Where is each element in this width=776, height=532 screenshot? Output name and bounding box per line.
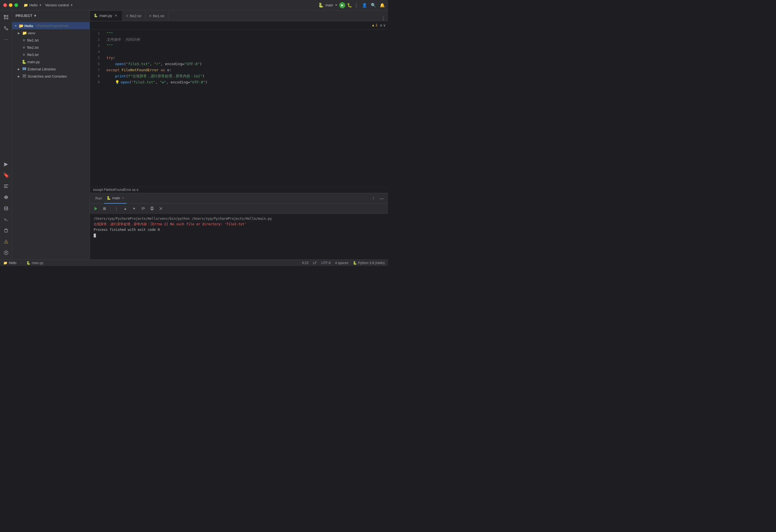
wrap-icon[interactable] [139,205,147,212]
panel-minimize-icon[interactable]: — [379,195,385,202]
maximize-button[interactable] [14,3,18,7]
svg-rect-15 [5,229,7,232]
sidebar-item-hello[interactable]: ▼ 📂 Hello ~/PycharmProjects/Hello [12,22,89,29]
status-file[interactable]: 🐍 main.py [26,261,43,265]
status-line-ending[interactable]: LF [313,261,317,265]
code-line-9: 💡open("file3.txt", "w", encoding="UTF-8"… [107,79,385,85]
folder-icon: 📁 [24,3,28,7]
file2-label: file2.txt [27,45,38,50]
tab-main-py[interactable]: 🐍 main.py ✕ [90,11,123,21]
nav-up-icon[interactable]: ∧ [380,23,382,27]
scroll-down-icon[interactable]: ▼ [131,205,138,212]
status-encoding[interactable]: UTF-8 [321,261,331,265]
minimize-button[interactable] [9,3,12,7]
notifications-icon[interactable]: 🔔 [380,3,385,8]
library-icon [22,67,27,71]
profile-icon[interactable]: 👤 [362,3,367,8]
expand-icon: ▼ [14,24,18,27]
print-icon[interactable] [148,205,156,212]
close-button[interactable] [3,3,7,7]
sidebar-item-file1[interactable]: ≡ file1.txt [12,37,89,44]
vcs-selector[interactable]: Version control ▼ [45,3,73,7]
status-python[interactable]: 🐍 Python 3.8 (Hello) [353,261,385,265]
run-tab-run[interactable]: Run [93,193,104,204]
svg-rect-9 [4,187,8,188]
run-config[interactable]: 🐍 main ▼ ▶ 🐛 ⋮ [318,2,359,8]
panel-more-icon[interactable]: ⋮ [370,195,376,202]
code-line-7: except FileNotFoundError as e: [107,67,385,73]
git-icon[interactable] [1,23,11,33]
code-line-1: """ [107,30,385,37]
console-more-icon[interactable]: ⋮ [113,205,120,212]
file-icon: ≡ [22,52,26,57]
status-project[interactable]: 📁 Hello [3,261,16,265]
nav-down-icon[interactable]: ∨ [383,23,386,27]
tab-file2-label: file2.txt [130,14,141,18]
scratches-icon [22,74,27,79]
run-button[interactable]: ▶ [339,2,345,8]
editor-topbar: ▲ 1 ∧ ∨ [90,21,388,29]
run-config-label: main [325,3,333,7]
sidebar-item-file3[interactable]: ≡ file3.txt [12,51,89,58]
sidebar-item-ext-libs[interactable]: ▶ External Libraries [12,65,89,73]
more-options-icon[interactable]: ⋮ [354,3,359,8]
status-py-icon2: 🐍 [353,261,357,265]
terminal-icon[interactable] [1,215,11,224]
titlebar: 📁 Hello ▼ Version control ▼ 🐍 main ▼ ▶ 🐛… [0,0,388,11]
run-main-label: main [112,196,120,200]
run-tab-main[interactable]: 🐍 main ✕ [104,193,126,204]
clear-icon[interactable] [157,205,164,212]
tab-file2-txt[interactable]: ≡ file2.txt [123,11,146,21]
tab-more-icon[interactable]: ⋮ [381,16,386,21]
project-view-icon[interactable] [1,12,11,22]
run-panel: Run 🐍 main ✕ ⋮ — [90,193,388,259]
run-sidebar-icon[interactable]: ▶ [1,159,11,169]
code-editor[interactable]: 1 2 3 4 5 6 7 8 9 """ 文件操作 代码示例 """ try:… [90,29,388,186]
database-icon[interactable] [1,203,11,213]
plugins-icon[interactable] [1,192,11,202]
sidebar-tree: ▼ 📂 Hello ~/PycharmProjects/Hello ▶ 📁 ve… [12,21,89,259]
status-breadcrumb-sep: › [21,261,22,265]
code-line-4 [107,49,385,55]
tab-file1-txt[interactable]: ≡ file1.txt [146,11,169,21]
status-indent[interactable]: 4 spaces [335,261,348,265]
sidebar-item-main-py[interactable]: 🐍 main.py [12,58,89,65]
code-line-6: open("file3.txt", "r", encoding="UTF-8") [107,61,385,67]
svg-rect-16 [6,241,6,242]
bookmarks-icon[interactable]: 🔖 [1,170,11,180]
titlebar-right: 👤 🔍 🔔 [362,3,385,8]
tab-file1-label: file1.txt [153,14,164,18]
run-tab-close[interactable]: ✕ [122,197,124,200]
trash-icon[interactable] [1,226,11,236]
svg-marker-27 [94,207,97,210]
project-chevron: ▼ [39,4,42,7]
structure-icon[interactable] [1,181,11,191]
rerun-button[interactable] [92,205,99,212]
stop-button[interactable] [101,205,108,212]
status-position[interactable]: 9:23 [302,261,309,265]
search-icon[interactable]: 🔍 [371,3,376,8]
svg-rect-17 [6,243,6,243]
project-selector[interactable]: 📁 Hello ▼ [24,3,42,7]
svg-rect-0 [4,15,6,17]
status-line-ending-value: LF [313,261,317,265]
code-line-2: 文件操作 代码示例 [107,37,385,43]
console-cursor [94,234,96,237]
venv-expand-icon: ▶ [18,32,21,35]
traffic-lights [3,3,18,7]
warnings-icon[interactable] [1,237,11,247]
status-encoding-value: UTF-8 [321,261,331,265]
more-vertical-icon[interactable]: ⋯ [1,34,11,44]
run-panel-actions: ⋮ — [370,195,385,202]
scroll-up-icon[interactable]: ▲ [122,205,129,212]
bulb-icon[interactable]: 💡 [115,79,120,85]
sidebar-item-file2[interactable]: ≡ file2.txt [12,44,89,51]
sidebar-item-scratches[interactable]: ▶ Scratches and Consoles [12,73,89,80]
vcs-changes-icon[interactable] [1,248,11,258]
sidebar-chevron: ▼ [33,14,37,18]
sidebar-item-venv[interactable]: ▶ 📁 venv [12,29,89,37]
svg-rect-8 [4,186,7,187]
code-content[interactable]: """ 文件操作 代码示例 """ try: open("file3.txt",… [103,29,388,186]
tab-close-main-py[interactable]: ✕ [114,13,118,18]
debug-icon[interactable]: 🐛 [347,3,352,8]
